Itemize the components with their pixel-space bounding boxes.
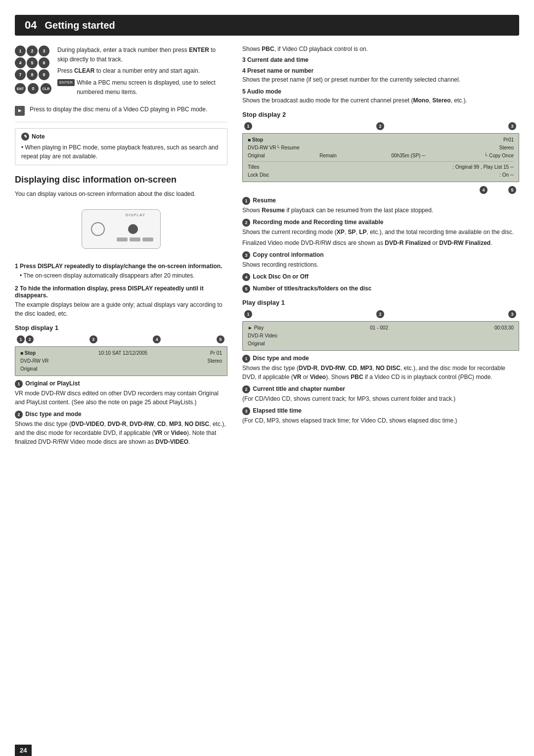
stop-d1-item2-title: 2 Disc type and mode bbox=[15, 411, 227, 419]
key-6: 6 bbox=[39, 57, 49, 68]
pd1-item3-title: 3 Elapsed title time bbox=[242, 407, 519, 415]
step-1-title: 1 Press DISPLAY repeatedly to display/ch… bbox=[15, 263, 227, 270]
page-number: 24 bbox=[15, 745, 32, 756]
sd2-item4-title: 4 Lock Disc On or Off bbox=[242, 273, 519, 281]
key-9: 9 bbox=[39, 69, 49, 80]
device-circle bbox=[91, 222, 105, 236]
key-3: 3 bbox=[39, 46, 49, 56]
sd2-row2: DVD-RW VR └ Resume Stereo bbox=[248, 144, 514, 152]
sd2-item5-title: 5 Number of titles/tracks/folders on the… bbox=[242, 285, 519, 293]
step-1: 1 Press DISPLAY repeatedly to display/ch… bbox=[15, 263, 227, 280]
pd1-item2-title: 2 Current title and chapter number bbox=[242, 385, 519, 393]
sd2-item-4: 4 Lock Disc On or Off bbox=[242, 273, 519, 281]
circle-3: 3 bbox=[89, 335, 97, 343]
screen-row-1: ■ Stop 10:10 SAT 12/12/2005 Pr 01 bbox=[20, 349, 222, 357]
key-0: 0 bbox=[28, 83, 39, 94]
sd2-item-2: 2 Recording mode and Recording time avai… bbox=[242, 219, 519, 247]
disc-menu-text: Press to display the disc menu of a Vide… bbox=[30, 105, 207, 114]
key-7: 7 bbox=[15, 69, 26, 80]
key-enter: ENT bbox=[15, 83, 26, 94]
keypad-text-2: Press CLEAR to clear a number entry and … bbox=[57, 66, 227, 76]
stop-d2-num-top: 1 2 3 bbox=[242, 122, 519, 130]
keypad-pbc: ENTER While a PBC menu screen is display… bbox=[57, 78, 227, 97]
device-image: DISPLAY bbox=[82, 209, 161, 249]
stop-d1-item2-text: Shows the disc type (DVD-VIDEO, DVD-R, D… bbox=[15, 420, 227, 446]
right-item3-title: 3 Current date and time bbox=[242, 56, 519, 63]
stop-d1-item1-text: VR mode DVD-RW discs edited on other DVD… bbox=[15, 389, 227, 407]
key-8: 8 bbox=[27, 69, 38, 80]
note-text: • When playing in PBC mode, some playbac… bbox=[21, 143, 221, 161]
right-item-4: 4 Preset name or number Shows the preset… bbox=[242, 67, 519, 84]
section-heading: Displaying disc information on-screen bbox=[15, 174, 227, 186]
screen-row-3: Original bbox=[20, 365, 222, 373]
left-column: 1 2 3 4 5 6 7 8 9 ENT 0 CLR bbox=[15, 46, 227, 450]
key-2: 2 bbox=[27, 46, 38, 56]
page-header: 04 Getting started bbox=[15, 15, 519, 36]
sd2-item1-title: 1 Resume bbox=[242, 197, 519, 205]
stop-d1-item-2: 2 Disc type and mode Shows the disc type… bbox=[15, 411, 227, 446]
sd2-item3-title: 3 Copy control information bbox=[242, 251, 519, 259]
play-display-1-screen: ► Play 01 - 002 00:03:30 DVD-R Video Ori… bbox=[242, 321, 519, 351]
step-2: 2 To hide the information display, press… bbox=[15, 285, 227, 318]
device-buttons bbox=[117, 237, 153, 241]
right-item4-text: Shows the preset name (if set) or preset… bbox=[242, 75, 519, 84]
key-clear: CLR bbox=[41, 83, 51, 94]
keypad-grid: 1 2 3 4 5 6 7 8 9 bbox=[15, 46, 51, 80]
play-display-1-title: Play display 1 bbox=[242, 299, 519, 306]
circle-2: 2 bbox=[26, 335, 34, 343]
circle-4: 4 bbox=[153, 335, 161, 343]
key-4: 4 bbox=[15, 57, 26, 68]
sd2-row4: Titles : Original 99 , Play List 15 ─ bbox=[248, 163, 514, 171]
screen-row-2: DVD-RW VR Stereo bbox=[20, 357, 222, 365]
sd2-row5: Lock Disc : On ─ bbox=[248, 171, 514, 179]
right-item-3: 3 Current date and time bbox=[242, 56, 519, 63]
pd1-item2-text: (For CD/Video CD, shows current track; f… bbox=[242, 394, 519, 403]
section-intro: You can display various on-screen inform… bbox=[15, 189, 227, 198]
pd1-item1-title: 1 Disc type and mode bbox=[242, 355, 519, 363]
stop-display-2-title: Stop display 2 bbox=[242, 111, 519, 118]
disc-menu-row: ▶ Press to display the disc menu of a Vi… bbox=[15, 105, 227, 116]
sd2-item-3: 3 Copy control information Shows recordi… bbox=[242, 251, 519, 269]
pd1-row2: DVD-R Video bbox=[248, 332, 514, 340]
pd1-num-row: 1 2 3 bbox=[242, 310, 519, 318]
stop-display-1-title: Stop display 1 bbox=[15, 324, 227, 331]
key-1: 1 bbox=[15, 46, 26, 56]
step-1-bullet: • The on-screen display automatically di… bbox=[20, 271, 227, 280]
stop-display-1-screen: ■ Stop 10:10 SAT 12/12/2005 Pr 01 DVD-RW… bbox=[15, 346, 227, 376]
circle-5: 5 bbox=[217, 335, 224, 343]
note-box: ✎ Note • When playing in PBC mode, some … bbox=[15, 128, 227, 165]
stop-d1-item-1: 1 Original or PlayList VR mode DVD-RW di… bbox=[15, 380, 227, 407]
pd1-item-1: 1 Disc type and mode Shows the disc type… bbox=[242, 355, 519, 381]
key-5: 5 bbox=[27, 57, 38, 68]
sd2-row1: ■ Stop Pr01 bbox=[248, 136, 514, 144]
sd2-item-5: 5 Number of titles/tracks/folders on the… bbox=[242, 285, 519, 293]
stop-d1-item1-title: 1 Original or PlayList bbox=[15, 380, 227, 388]
right-column: Shows PBC, if Video CD playback control … bbox=[242, 46, 519, 450]
pd1-item1-text: Shows the disc type (DVD-R, DVD-RW, CD, … bbox=[242, 364, 519, 381]
step-2-body: The example displays below are a guide o… bbox=[15, 300, 227, 318]
sd2-item1-text: Shows Resume if playback can be resumed … bbox=[242, 206, 519, 215]
right-item5-title: 5 Audio mode bbox=[242, 88, 519, 95]
chapter-title: Getting started bbox=[44, 20, 115, 31]
sd2-row3: Original Remain 00h35m (SP) ─ └ Copy Onc… bbox=[248, 152, 514, 160]
sd2-item3-text: Shows recording restrictions. bbox=[242, 260, 519, 269]
device-display-label: DISPLAY bbox=[126, 213, 145, 217]
note-label: Note bbox=[32, 133, 45, 140]
device-circle-small bbox=[128, 224, 138, 234]
right-item-5: 5 Audio mode Shows the broadcast audio m… bbox=[242, 88, 519, 105]
right-item5-text: Shows the broadcast audio mode for the c… bbox=[242, 96, 519, 105]
sd2-item2-title: 2 Recording mode and Recording time avai… bbox=[242, 219, 519, 227]
stop-d1-num-row: 12 3 4 5 bbox=[15, 335, 227, 343]
keypad-instructions: During playback, enter a track number th… bbox=[57, 46, 227, 97]
sd2-item2-extra: Finalized Video mode DVD-R/RW discs are … bbox=[242, 238, 519, 247]
pd1-row1: ► Play 01 - 002 00:03:30 bbox=[248, 324, 514, 332]
right-item4-title: 4 Preset name or number bbox=[242, 67, 519, 74]
pd1-item-3: 3 Elapsed title time (For CD, MP3, shows… bbox=[242, 407, 519, 425]
pd1-item-2: 2 Current title and chapter number (For … bbox=[242, 385, 519, 403]
pbc-text: Shows PBC, if Video CD playback control … bbox=[242, 46, 519, 52]
note-header: ✎ Note bbox=[21, 133, 221, 141]
step-2-title: 2 To hide the information display, press… bbox=[15, 285, 227, 299]
stop-display-2-screen: ■ Stop Pr01 DVD-RW VR └ Resume Stereo Or… bbox=[242, 133, 519, 182]
keypad-text-1: During playback, enter a track number th… bbox=[57, 46, 227, 64]
stop-d2-num-bottom: 4 5 bbox=[242, 186, 519, 194]
